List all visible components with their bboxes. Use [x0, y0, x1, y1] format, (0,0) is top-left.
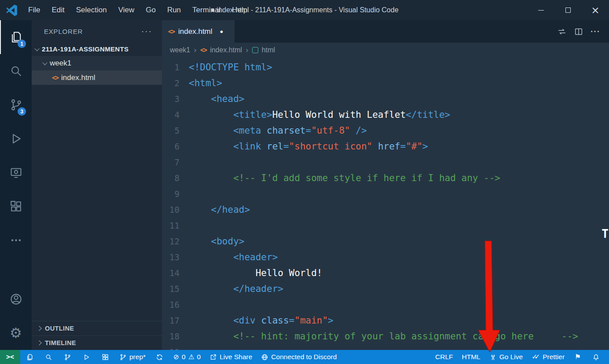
error-count: 0	[182, 353, 186, 361]
branch-label: prep*	[129, 353, 146, 361]
chevron-separator-icon: ›	[246, 46, 249, 55]
menu-view[interactable]: View	[113, 0, 140, 20]
account-button[interactable]	[0, 282, 32, 316]
activity-search-button[interactable]	[0, 54, 32, 88]
activity-source-control-button[interactable]: 3	[0, 88, 32, 122]
code-line[interactable]: 10 </head>	[162, 202, 609, 218]
breadcrumb-folder[interactable]: week1	[170, 46, 190, 54]
language-mode-selector[interactable]: HTML	[458, 350, 485, 364]
timeline-panel-header[interactable]: TIMELINE	[32, 335, 162, 350]
close-button[interactable]: ×	[582, 0, 609, 20]
menu-selection[interactable]: Selection	[70, 0, 113, 20]
live-share-label: Live Share	[220, 353, 252, 361]
activity-run-debug-button[interactable]	[0, 122, 32, 156]
split-editor-icon[interactable]	[572, 25, 585, 38]
code-line[interactable]: 11	[162, 218, 609, 233]
line-number[interactable]: 5	[162, 126, 180, 135]
code-line[interactable]: 13 <header>	[162, 249, 609, 265]
modified-indicator-icon[interactable]: ●	[220, 28, 224, 35]
minimize-button[interactable]	[527, 0, 554, 20]
line-number[interactable]: 18	[162, 331, 180, 341]
menu-go[interactable]: Go	[140, 0, 161, 20]
tree-item-week1[interactable]: week1	[32, 56, 162, 70]
statusbar-debug-button[interactable]	[77, 350, 96, 364]
line-number[interactable]: 8	[162, 173, 180, 183]
close-icon: ×	[591, 5, 599, 15]
line-content: <html>	[189, 78, 222, 88]
tree-root-211a-191a-assignments[interactable]: 211A-191A-ASSIGNMENTS	[32, 42, 162, 56]
editor-more-actions-icon[interactable]: ···	[589, 25, 602, 38]
line-number[interactable]: 14	[162, 268, 180, 278]
statusbar-source-control-button[interactable]	[58, 350, 77, 364]
menu-file[interactable]: File	[22, 0, 46, 20]
git-branch-button[interactable]: prep*	[115, 350, 150, 364]
tab-index-html[interactable]: <> index.html ●	[162, 20, 235, 43]
code-line[interactable]: 7	[162, 154, 609, 170]
gear-icon: ⚙	[10, 326, 22, 340]
line-number[interactable]: 9	[162, 189, 180, 199]
eol-selector[interactable]: CRLF	[431, 350, 457, 364]
line-number[interactable]: 13	[162, 252, 180, 262]
settings-button[interactable]: ⚙	[0, 316, 32, 350]
code-line[interactable]: 5 <meta charset="utf-8" />	[162, 123, 609, 138]
line-number[interactable]: 4	[162, 110, 180, 120]
flag-extension-button[interactable]: ⚑	[569, 350, 587, 364]
code-line[interactable]: 6 <link rel="shortcut icon" href="#">	[162, 138, 609, 154]
maximize-button[interactable]	[554, 0, 582, 20]
breadcrumb-symbol[interactable]: html	[262, 46, 275, 54]
line-number[interactable]: 11	[162, 221, 180, 230]
activity-explorer-button[interactable]: 1	[0, 20, 32, 54]
prettier-button[interactable]: ✓✓ Prettier	[527, 350, 569, 364]
statusbar-extensions-button[interactable]	[96, 350, 115, 364]
line-number[interactable]: 7	[162, 157, 180, 167]
explorer-sidebar: EXPLORER ··· 211A-191A-ASSIGNMENTS week1…	[32, 20, 162, 350]
code-editor[interactable]: 1<!DOCTYPE html>2<html>3 <head>4 <title>…	[162, 58, 609, 350]
problems-button[interactable]: ⊘ 0 ⚠ 0	[169, 350, 205, 364]
sync-button[interactable]	[150, 350, 169, 364]
code-line[interactable]: 15 </header>	[162, 281, 609, 297]
code-line[interactable]: 8 <!-- I'd add some style if here if I h…	[162, 170, 609, 186]
sidebar-more-actions[interactable]: ···	[141, 26, 152, 36]
code-line[interactable]: 12 <body>	[162, 233, 609, 249]
line-number[interactable]: 6	[162, 142, 180, 151]
go-live-label: Go Live	[499, 353, 523, 361]
statusbar-search-button[interactable]	[39, 350, 58, 364]
code-line[interactable]: 2<html>	[162, 75, 609, 91]
tree-item-index-html[interactable]: <> index.html	[32, 70, 162, 85]
line-number[interactable]: 10	[162, 205, 180, 215]
menu-edit[interactable]: Edit	[46, 0, 70, 20]
notifications-button[interactable]	[587, 350, 605, 364]
code-line[interactable]: 9	[162, 186, 609, 202]
activity-remote-explorer-button[interactable]	[0, 156, 32, 189]
activity-more-button[interactable]	[0, 223, 32, 257]
live-share-button[interactable]: Live Share	[205, 350, 257, 364]
code-line[interactable]: 1<!DOCTYPE html>	[162, 59, 609, 75]
line-number[interactable]: 16	[162, 300, 180, 309]
code-line[interactable]: 18 <!-- hint: majority of your lab assig…	[162, 328, 609, 344]
outline-label: OUTLINE	[45, 325, 74, 332]
code-line[interactable]: 17 <div class="main">	[162, 313, 609, 328]
prettier-label: Prettier	[543, 353, 565, 361]
outline-panel-header[interactable]: OUTLINE	[32, 321, 162, 335]
statusbar-explorer-button[interactable]	[20, 350, 39, 364]
warning-count: 0	[197, 353, 201, 361]
code-line[interactable]: 3 <head>	[162, 91, 609, 107]
sidebar-header: EXPLORER ···	[32, 20, 162, 42]
line-number[interactable]: 1	[162, 62, 180, 72]
line-number[interactable]: 17	[162, 316, 180, 325]
go-live-button[interactable]: Go Live	[485, 350, 527, 364]
line-number[interactable]: 15	[162, 284, 180, 294]
remote-indicator-button[interactable]: ><	[0, 350, 20, 364]
open-changes-icon[interactable]	[555, 25, 569, 38]
code-line[interactable]: 14 Hello World!	[162, 265, 609, 281]
code-line[interactable]: 19	[162, 344, 609, 350]
activity-extensions-button[interactable]	[0, 189, 32, 223]
code-line[interactable]: 16	[162, 297, 609, 313]
code-line[interactable]: 4 <title>Hello World with Leaflet</title…	[162, 107, 609, 123]
line-number[interactable]: 2	[162, 78, 180, 88]
breadcrumb-file[interactable]: index.html	[210, 46, 242, 54]
line-number[interactable]: 12	[162, 237, 180, 246]
menu-run[interactable]: Run	[161, 0, 187, 20]
discord-status-button[interactable]: Connected to Discord	[257, 350, 341, 364]
line-number[interactable]: 3	[162, 94, 180, 104]
